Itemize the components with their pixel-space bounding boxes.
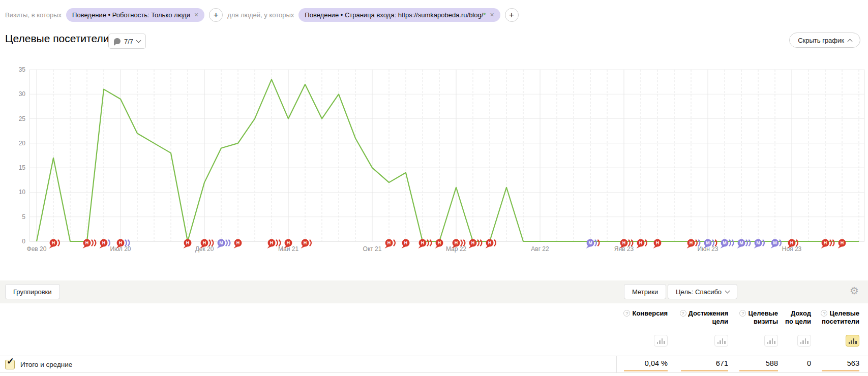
- comments-count: 7/7: [124, 38, 133, 45]
- y-axis-tick: 0: [22, 238, 25, 245]
- y-axis-tick: 20: [19, 140, 26, 147]
- note-cluster-arc: [495, 240, 496, 246]
- note-marker-Н[interactable]: Н: [301, 239, 311, 249]
- note-letter: М: [219, 240, 223, 245]
- column-header-conversion: ?Конверсия: [602, 309, 668, 318]
- add-people-filter-button[interactable]: +: [505, 8, 519, 22]
- note-cluster-arc: [128, 240, 129, 246]
- note-letter: Н: [841, 240, 844, 245]
- note-marker-Н[interactable]: Н: [637, 239, 647, 249]
- help-icon[interactable]: ?: [680, 310, 686, 317]
- note-cluster-arc: [749, 240, 750, 246]
- note-marker-Н[interactable]: Н: [184, 239, 192, 249]
- note-marker-М[interactable]: М: [771, 239, 781, 249]
- remove-filter-icon[interactable]: ×: [194, 11, 198, 19]
- note-cluster-arc: [629, 240, 630, 246]
- note-cluster-arc: [646, 240, 647, 246]
- table-toolbar: Группировки Метрики Цель: Спасибо ⚙: [0, 280, 868, 303]
- note-letter: Н: [236, 240, 240, 245]
- note-cluster-arc: [430, 240, 431, 246]
- totals-checkbox[interactable]: ✓: [5, 360, 15, 369]
- share-underline: [681, 370, 728, 371]
- note-marker-Н[interactable]: Н: [402, 239, 410, 249]
- y-axis-tick: 5: [22, 213, 25, 221]
- help-icon[interactable]: ?: [623, 310, 630, 317]
- groupings-button[interactable]: Группировки: [5, 284, 60, 299]
- note-marker-Н[interactable]: Н: [486, 239, 496, 249]
- note-letter: Н: [656, 240, 660, 245]
- note-cluster-arc: [713, 240, 714, 246]
- y-axis-tick: 15: [19, 164, 26, 171]
- y-axis-tick: 10: [19, 189, 26, 196]
- note-marker-Н[interactable]: Н: [100, 239, 110, 249]
- filter-prefix-label: Визиты, в которых: [5, 11, 62, 19]
- chart-metric-toggle[interactable]: [764, 335, 778, 347]
- note-marker-Н[interactable]: Н: [653, 239, 662, 249]
- add-visit-filter-button[interactable]: +: [209, 8, 223, 22]
- note-marker-Н[interactable]: Н: [418, 239, 432, 249]
- goal-select-button[interactable]: Цель: Спасибо: [668, 284, 737, 299]
- chart-svg: 05101520253035Фев 20Июл 20Дек 20Май 21Ок…: [0, 57, 868, 260]
- note-marker-Н[interactable]: Н: [385, 239, 395, 249]
- note-marker-Н[interactable]: Н: [49, 239, 59, 249]
- note-letter: Н: [404, 240, 408, 245]
- comments-badge[interactable]: 7/7: [108, 34, 146, 49]
- note-marker-М[interactable]: М: [217, 239, 230, 249]
- note-cluster-arc: [126, 240, 127, 246]
- note-cluster-arc: [730, 240, 731, 246]
- filter-chip-text: Поведение • Страница входа: https://sumk…: [305, 11, 486, 19]
- note-letter: Н: [488, 240, 492, 245]
- note-marker-Н[interactable]: Н: [435, 239, 443, 249]
- note-letter: Н: [52, 240, 55, 245]
- note-cluster-arc: [212, 240, 213, 246]
- note-letter: Н: [824, 240, 827, 245]
- filter-chip-robots[interactable]: Поведение • Роботность: Только люди ×: [66, 8, 204, 22]
- note-letter: Н: [790, 240, 794, 245]
- share-underline: [739, 370, 778, 371]
- note-letter: Н: [438, 240, 441, 245]
- note-cluster-arc: [277, 240, 278, 246]
- help-icon[interactable]: ?: [821, 310, 827, 317]
- filter-chip-landing-page[interactable]: Поведение • Страница входа: https://sumk…: [298, 8, 500, 22]
- chart-metric-toggle-selected[interactable]: [846, 335, 859, 347]
- chart-metric-toggle[interactable]: [714, 335, 728, 347]
- total-goal-visitors: 563: [801, 359, 859, 367]
- chart-metric-toggle[interactable]: [797, 335, 811, 347]
- column-header-goal-reaches: ?Достижения цели: [665, 309, 728, 326]
- note-cluster-arc: [780, 240, 781, 246]
- note-marker-Н[interactable]: Н: [83, 239, 96, 249]
- note-marker-Н[interactable]: Н: [821, 239, 834, 249]
- chart-metric-toggle[interactable]: [654, 335, 668, 347]
- note-letter: Н: [639, 240, 643, 245]
- note-marker-Н[interactable]: Н: [469, 239, 482, 249]
- note-marker-М[interactable]: М: [586, 239, 600, 249]
- help-icon[interactable]: ?: [739, 310, 746, 317]
- note-cluster-arc: [478, 240, 479, 246]
- gear-icon[interactable]: ⚙: [850, 285, 859, 297]
- y-axis-tick: 25: [19, 115, 26, 122]
- note-marker-М[interactable]: М: [754, 239, 764, 249]
- remove-filter-icon[interactable]: ×: [490, 11, 494, 19]
- note-letter: Н: [455, 240, 458, 245]
- note-letter: М: [723, 240, 727, 245]
- note-cluster-arc: [833, 240, 834, 246]
- page-title: Целевые посетители: [5, 33, 109, 45]
- note-letter: М: [739, 240, 743, 245]
- metrics-button[interactable]: Метрики: [624, 284, 666, 299]
- segment-filter-bar: Визиты, в которых Поведение • Роботность…: [5, 7, 519, 22]
- visitors-line-chart: 05101520253035Фев 20Июл 20Дек 20Май 21Ок…: [0, 57, 868, 260]
- note-marker-Н[interactable]: Н: [838, 239, 846, 249]
- note-marker-М[interactable]: М: [721, 239, 734, 249]
- metrica-report-page: Визиты, в которых Поведение • Роботность…: [0, 0, 868, 376]
- note-letter: Н: [102, 240, 106, 245]
- note-marker-Н[interactable]: Н: [234, 239, 242, 249]
- column-header-goal-visitors: ?Целевые посетители: [801, 309, 859, 326]
- note-cluster-arc: [394, 240, 395, 246]
- note-cluster-arc: [481, 240, 482, 246]
- note-letter: Н: [387, 240, 391, 245]
- hide-chart-button[interactable]: Скрыть график: [789, 33, 860, 48]
- note-marker-М[interactable]: М: [737, 239, 751, 249]
- note-cluster-arc: [279, 240, 280, 246]
- share-underline: [624, 370, 668, 371]
- total-goal-reaches: 671: [665, 359, 728, 367]
